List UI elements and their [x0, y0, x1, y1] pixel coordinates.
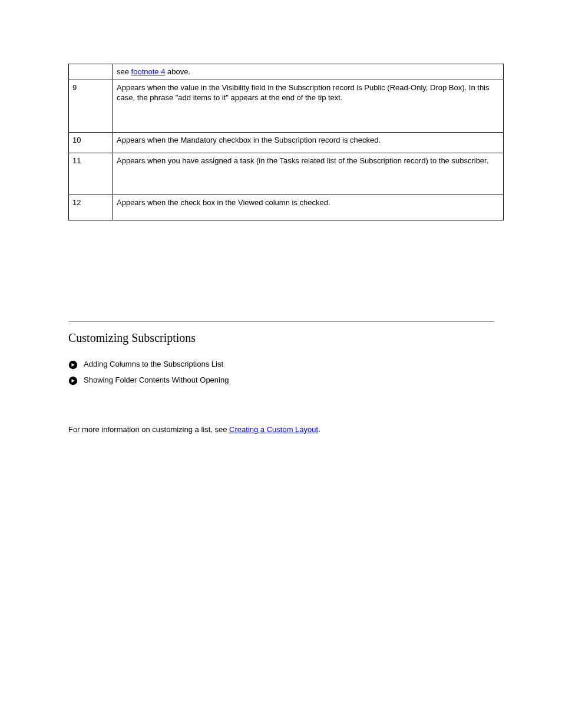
para-pre: For more information on customizing a li… — [68, 425, 229, 434]
custom-layout-link[interactable]: Creating a Custom Layout — [229, 425, 318, 434]
arrow-right-circle-icon — [68, 360, 78, 370]
cell-desc-post: above. — [165, 67, 190, 76]
cell-num: 12 — [69, 195, 113, 220]
section-heading: Customizing Subscriptions — [68, 331, 196, 345]
cell-num: 9 — [69, 80, 113, 132]
footnote-link[interactable]: footnote 4 — [131, 67, 166, 76]
footnote-table: see footnote 4 above. 9 Appears when the… — [68, 64, 504, 220]
arrow-right-circle-icon — [68, 376, 78, 386]
table-row: 12 Appears when the check box in the Vie… — [69, 195, 504, 220]
list-item: Adding Columns to the Subscriptions List — [68, 360, 494, 370]
list-item-label: Adding Columns to the Subscriptions List — [84, 360, 494, 368]
table-row: see footnote 4 above. — [69, 64, 504, 80]
reference-paragraph: For more information on customizing a li… — [68, 424, 494, 435]
cell-desc: Appears when the check box in the Viewed… — [113, 195, 504, 220]
para-post: . — [318, 425, 320, 434]
cell-desc-pre: see — [117, 67, 131, 76]
cell-num: 11 — [69, 153, 113, 195]
cell-desc: Appears when you have assigned a task (i… — [113, 153, 504, 195]
list-item: Showing Folder Contents Without Opening — [68, 375, 494, 386]
table-row: 11 Appears when you have assigned a task… — [69, 153, 504, 195]
cell-desc: Appears when the value in the Visibility… — [113, 80, 504, 132]
list-item-label: Showing Folder Contents Without Opening — [84, 375, 494, 384]
cell-desc: see footnote 4 above. — [113, 64, 504, 80]
table-row: 10 Appears when the Mandatory checkbox i… — [69, 132, 504, 153]
cell-num — [69, 64, 113, 80]
cell-desc: Appears when the Mandatory checkbox in t… — [113, 132, 504, 153]
cell-num: 10 — [69, 132, 113, 153]
section-divider — [68, 321, 494, 322]
table-row: 9 Appears when the value in the Visibili… — [69, 80, 504, 132]
topic-list: Adding Columns to the Subscriptions List… — [68, 360, 494, 391]
